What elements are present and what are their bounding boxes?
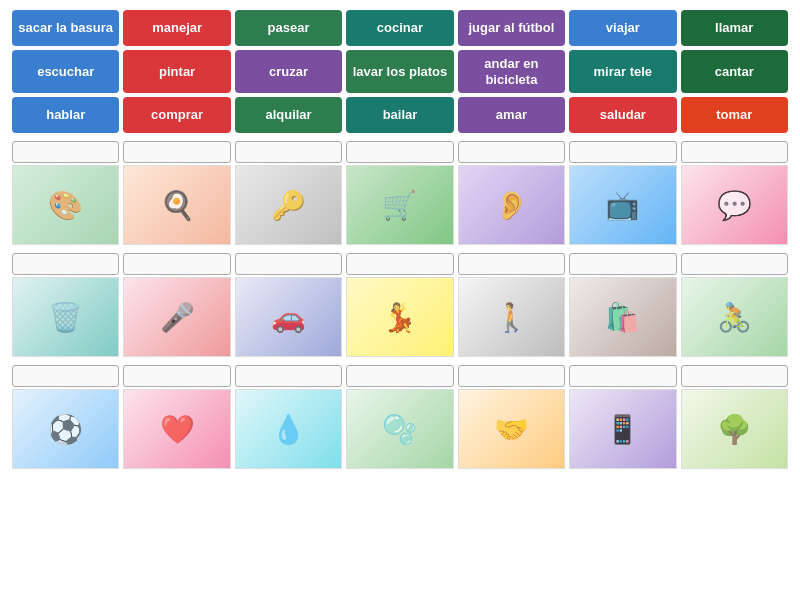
key-icon: 🔑 xyxy=(271,189,306,222)
shop-icon: 🛒 xyxy=(382,189,417,222)
image-cell-3-4: 🫧 xyxy=(346,389,453,469)
drop-box-1-7[interactable] xyxy=(681,141,788,163)
tile-cantar[interactable]: cantar xyxy=(681,50,788,93)
image-cell-1-3: 🔑 xyxy=(235,165,342,245)
image-cell-1-4: 🛒 xyxy=(346,165,453,245)
paint-icon: 🎨 xyxy=(48,189,83,222)
drop-box-1-6[interactable] xyxy=(569,141,676,163)
drop-box-1-2[interactable] xyxy=(123,141,230,163)
drop-box-1-3[interactable] xyxy=(235,141,342,163)
image-cell-3-5: 🤝 xyxy=(458,389,565,469)
tile-cocinar[interactable]: cocinar xyxy=(346,10,453,46)
tile-mirar-tele[interactable]: mirar tele xyxy=(569,50,676,93)
match-row-1: 🎨 🍳 🔑 🛒 👂 📺 💬 xyxy=(12,141,788,245)
image-cell-2-2: 🎤 xyxy=(123,277,230,357)
talk-icon: 💬 xyxy=(717,189,752,222)
greet-icon: 🤝 xyxy=(494,413,529,446)
image-cell-1-7: 💬 xyxy=(681,165,788,245)
wash-icon: 🫧 xyxy=(382,413,417,446)
tile-comprar[interactable]: comprar xyxy=(123,97,230,133)
drop-box-2-7[interactable] xyxy=(681,253,788,275)
soccer-icon: ⚽ xyxy=(48,413,83,446)
phone-icon: 📱 xyxy=(605,413,640,446)
mic-icon: 🎤 xyxy=(160,301,195,334)
tile-pintar[interactable]: pintar xyxy=(123,50,230,93)
image-row-2: 🗑️ 🎤 🚗 💃 🚶 🛍️ 🚴 xyxy=(12,277,788,357)
image-row-1: 🎨 🍳 🔑 🛒 👂 📺 💬 xyxy=(12,165,788,245)
drop-row-1 xyxy=(12,141,788,163)
tile-alquilar[interactable]: alquilar xyxy=(235,97,342,133)
tile-lavar-platos[interactable]: lavar los platos xyxy=(346,50,453,93)
bag-icon: 🛍️ xyxy=(605,301,640,334)
image-cell-3-3: 💧 xyxy=(235,389,342,469)
image-cell-2-5: 🚶 xyxy=(458,277,565,357)
tiles-row-3: hablar comprar alquilar bailar amar salu… xyxy=(12,97,788,133)
tile-sacar-basura[interactable]: sacar la basura xyxy=(12,10,119,46)
car-icon: 🚗 xyxy=(271,301,306,334)
drop-row-3 xyxy=(12,365,788,387)
drop-box-2-5[interactable] xyxy=(458,253,565,275)
match-row-2: 🗑️ 🎤 🚗 💃 🚶 🛍️ 🚴 xyxy=(12,253,788,357)
image-cell-1-5: 👂 xyxy=(458,165,565,245)
drop-box-2-2[interactable] xyxy=(123,253,230,275)
tree-icon: 🌳 xyxy=(717,413,752,446)
walk-icon: 🚶 xyxy=(494,301,529,334)
match-section: 🎨 🍳 🔑 🛒 👂 📺 💬 🗑️ 🎤 xyxy=(12,141,788,469)
image-cell-3-1: ⚽ xyxy=(12,389,119,469)
image-cell-2-4: 💃 xyxy=(346,277,453,357)
drop-box-3-2[interactable] xyxy=(123,365,230,387)
tile-jugar-futbol[interactable]: jugar al fútbol xyxy=(458,10,565,46)
tile-viajar[interactable]: viajar xyxy=(569,10,676,46)
drop-box-2-4[interactable] xyxy=(346,253,453,275)
tiles-row-1: sacar la basura manejar pasear cocinar j… xyxy=(12,10,788,46)
image-cell-2-6: 🛍️ xyxy=(569,277,676,357)
drop-box-2-1[interactable] xyxy=(12,253,119,275)
drop-box-1-4[interactable] xyxy=(346,141,453,163)
tile-hablar[interactable]: hablar xyxy=(12,97,119,133)
tile-bailar[interactable]: bailar xyxy=(346,97,453,133)
tile-pasear[interactable]: pasear xyxy=(235,10,342,46)
image-cell-3-7: 🌳 xyxy=(681,389,788,469)
tile-andar-bicicleta[interactable]: andar en bicicleta xyxy=(458,50,565,93)
ear-icon: 👂 xyxy=(494,189,529,222)
drop-box-2-6[interactable] xyxy=(569,253,676,275)
tiles-section: sacar la basura manejar pasear cocinar j… xyxy=(12,10,788,133)
tile-escuchar[interactable]: escuchar xyxy=(12,50,119,93)
love-icon: ❤️ xyxy=(160,413,195,446)
drop-row-2 xyxy=(12,253,788,275)
drop-box-3-3[interactable] xyxy=(235,365,342,387)
tiles-row-2: escuchar pintar cruzar lavar los platos … xyxy=(12,50,788,93)
image-cell-2-1: 🗑️ xyxy=(12,277,119,357)
drop-box-1-1[interactable] xyxy=(12,141,119,163)
tile-tomar[interactable]: tomar xyxy=(681,97,788,133)
image-row-3: ⚽ ❤️ 💧 🫧 🤝 📱 🌳 xyxy=(12,389,788,469)
tv-icon: 📺 xyxy=(605,189,640,222)
drop-box-3-4[interactable] xyxy=(346,365,453,387)
match-row-3: ⚽ ❤️ 💧 🫧 🤝 📱 🌳 xyxy=(12,365,788,469)
image-cell-3-2: ❤️ xyxy=(123,389,230,469)
tile-manejar[interactable]: manejar xyxy=(123,10,230,46)
cook-icon: 🍳 xyxy=(160,189,195,222)
tile-cruzar[interactable]: cruzar xyxy=(235,50,342,93)
drop-box-3-5[interactable] xyxy=(458,365,565,387)
tile-amar[interactable]: amar xyxy=(458,97,565,133)
tile-llamar[interactable]: llamar xyxy=(681,10,788,46)
image-cell-2-3: 🚗 xyxy=(235,277,342,357)
dance-icon: 💃 xyxy=(382,301,417,334)
image-cell-2-7: 🚴 xyxy=(681,277,788,357)
main-container: sacar la basura manejar pasear cocinar j… xyxy=(0,0,800,479)
bike-icon: 🚴 xyxy=(717,301,752,334)
image-cell-1-6: 📺 xyxy=(569,165,676,245)
drink-icon: 💧 xyxy=(271,413,306,446)
trash-icon: 🗑️ xyxy=(48,301,83,334)
drop-box-3-6[interactable] xyxy=(569,365,676,387)
drop-box-3-1[interactable] xyxy=(12,365,119,387)
image-cell-3-6: 📱 xyxy=(569,389,676,469)
image-cell-1-1: 🎨 xyxy=(12,165,119,245)
drop-box-1-5[interactable] xyxy=(458,141,565,163)
image-cell-1-2: 🍳 xyxy=(123,165,230,245)
drop-box-2-3[interactable] xyxy=(235,253,342,275)
tile-saludar[interactable]: saludar xyxy=(569,97,676,133)
drop-box-3-7[interactable] xyxy=(681,365,788,387)
